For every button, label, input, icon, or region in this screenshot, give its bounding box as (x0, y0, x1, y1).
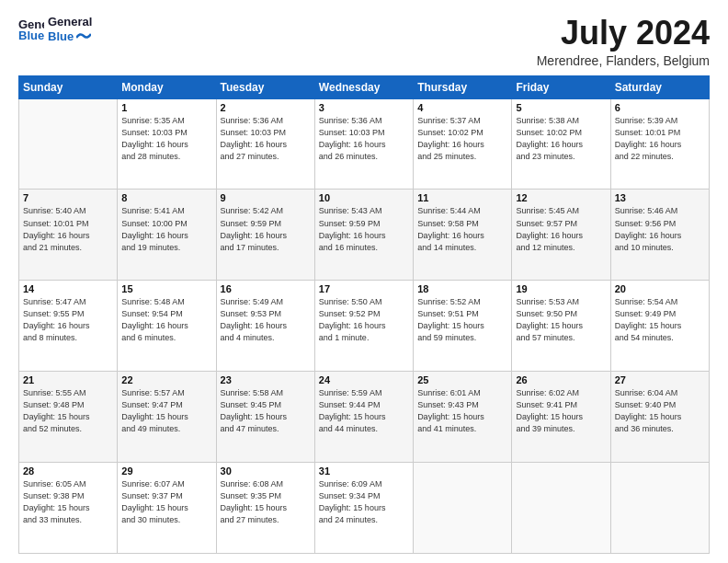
weekday-header: Tuesday (216, 75, 314, 98)
day-info: Sunrise: 5:58 AM Sunset: 9:45 PM Dayligh… (221, 387, 311, 435)
page: General Blue General Blue July 2024 Mere… (0, 0, 728, 563)
day-info: Sunrise: 6:04 AM Sunset: 9:40 PM Dayligh… (615, 387, 705, 435)
calendar-cell: 2Sunrise: 5:36 AM Sunset: 10:03 PM Dayli… (216, 98, 314, 190)
weekday-header: Sunday (19, 75, 118, 98)
location: Merendree, Flanders, Belgium (537, 53, 710, 68)
day-number: 26 (516, 374, 606, 385)
calendar-cell: 29Sunrise: 6:07 AM Sunset: 9:37 PM Dayli… (118, 463, 216, 554)
calendar-cell: 22Sunrise: 5:57 AM Sunset: 9:47 PM Dayli… (118, 372, 216, 463)
logo-blue: Blue (48, 29, 92, 44)
calendar-cell: 9Sunrise: 5:42 AM Sunset: 9:59 PM Daylig… (216, 190, 314, 281)
day-info: Sunrise: 5:36 AM Sunset: 10:03 PM Daylig… (319, 115, 409, 163)
day-info: Sunrise: 5:46 AM Sunset: 9:56 PM Dayligh… (615, 205, 705, 253)
day-number: 4 (417, 102, 507, 113)
day-info: Sunrise: 5:49 AM Sunset: 9:53 PM Dayligh… (221, 296, 311, 344)
weekday-header: Friday (512, 75, 610, 98)
day-info: Sunrise: 5:45 AM Sunset: 9:57 PM Dayligh… (516, 205, 606, 253)
calendar-cell: 6Sunrise: 5:39 AM Sunset: 10:01 PM Dayli… (610, 98, 709, 190)
day-info: Sunrise: 6:02 AM Sunset: 9:41 PM Dayligh… (516, 387, 606, 435)
calendar-cell: 10Sunrise: 5:43 AM Sunset: 9:59 PM Dayli… (314, 190, 413, 281)
logo-general: General (48, 15, 92, 29)
calendar-cell: 21Sunrise: 5:55 AM Sunset: 9:48 PM Dayli… (19, 372, 118, 463)
day-number: 31 (319, 465, 409, 477)
day-number: 19 (516, 283, 606, 294)
calendar-cell: 25Sunrise: 6:01 AM Sunset: 9:43 PM Dayli… (414, 372, 512, 463)
calendar-cell: 26Sunrise: 6:02 AM Sunset: 9:41 PM Dayli… (512, 372, 610, 463)
day-number: 25 (417, 374, 507, 385)
day-number: 10 (319, 192, 409, 203)
calendar-table: SundayMondayTuesdayWednesdayThursdayFrid… (18, 75, 710, 554)
day-info: Sunrise: 5:38 AM Sunset: 10:02 PM Daylig… (516, 115, 606, 163)
weekday-header: Wednesday (314, 75, 413, 98)
day-info: Sunrise: 5:48 AM Sunset: 9:54 PM Dayligh… (121, 296, 211, 344)
calendar-cell: 30Sunrise: 6:08 AM Sunset: 9:35 PM Dayli… (216, 463, 314, 554)
day-number: 15 (121, 283, 211, 294)
svg-text:Blue: Blue (18, 29, 44, 42)
day-info: Sunrise: 5:35 AM Sunset: 10:03 PM Daylig… (121, 115, 211, 163)
day-info: Sunrise: 5:55 AM Sunset: 9:48 PM Dayligh… (23, 387, 113, 435)
day-info: Sunrise: 6:05 AM Sunset: 9:38 PM Dayligh… (23, 478, 113, 526)
day-number: 12 (516, 192, 606, 203)
calendar-cell: 24Sunrise: 5:59 AM Sunset: 9:44 PM Dayli… (314, 372, 413, 463)
day-info: Sunrise: 5:54 AM Sunset: 9:49 PM Dayligh… (615, 296, 705, 344)
day-info: Sunrise: 6:01 AM Sunset: 9:43 PM Dayligh… (417, 387, 507, 435)
logo: General Blue General Blue (18, 15, 92, 43)
day-number: 24 (319, 374, 409, 385)
day-info: Sunrise: 5:43 AM Sunset: 9:59 PM Dayligh… (319, 205, 409, 253)
weekday-header: Monday (118, 75, 216, 98)
day-info: Sunrise: 5:42 AM Sunset: 9:59 PM Dayligh… (221, 205, 311, 253)
day-info: Sunrise: 6:08 AM Sunset: 9:35 PM Dayligh… (221, 478, 311, 526)
day-number: 29 (121, 465, 211, 477)
calendar-cell: 23Sunrise: 5:58 AM Sunset: 9:45 PM Dayli… (216, 372, 314, 463)
calendar-cell: 1Sunrise: 5:35 AM Sunset: 10:03 PM Dayli… (118, 98, 216, 190)
day-number: 11 (417, 192, 507, 203)
calendar-cell: 31Sunrise: 6:09 AM Sunset: 9:34 PM Dayli… (314, 463, 413, 554)
title-block: July 2024 Merendree, Flanders, Belgium (537, 15, 710, 68)
day-info: Sunrise: 5:53 AM Sunset: 9:50 PM Dayligh… (516, 296, 606, 344)
day-info: Sunrise: 5:47 AM Sunset: 9:55 PM Dayligh… (23, 296, 113, 344)
day-number: 13 (615, 192, 705, 203)
calendar-cell: 7Sunrise: 5:40 AM Sunset: 10:01 PM Dayli… (19, 190, 118, 281)
day-number: 2 (221, 102, 311, 113)
calendar-cell: 11Sunrise: 5:44 AM Sunset: 9:58 PM Dayli… (414, 190, 512, 281)
calendar-cell (414, 463, 512, 554)
calendar-cell: 3Sunrise: 5:36 AM Sunset: 10:03 PM Dayli… (314, 98, 413, 190)
calendar-header-row: SundayMondayTuesdayWednesdayThursdayFrid… (19, 75, 710, 98)
logo-wave-icon (76, 30, 91, 41)
day-number: 17 (319, 283, 409, 294)
weekday-header: Thursday (414, 75, 512, 98)
calendar-cell: 4Sunrise: 5:37 AM Sunset: 10:02 PM Dayli… (414, 98, 512, 190)
day-number: 14 (23, 283, 113, 294)
day-info: Sunrise: 6:09 AM Sunset: 9:34 PM Dayligh… (319, 478, 409, 526)
day-info: Sunrise: 5:57 AM Sunset: 9:47 PM Dayligh… (121, 387, 211, 435)
day-number: 22 (121, 374, 211, 385)
day-number: 30 (221, 465, 311, 477)
calendar-week-row: 21Sunrise: 5:55 AM Sunset: 9:48 PM Dayli… (19, 372, 710, 463)
day-info: Sunrise: 5:36 AM Sunset: 10:03 PM Daylig… (221, 115, 311, 163)
calendar-cell (512, 463, 610, 554)
day-number: 6 (615, 102, 705, 113)
day-info: Sunrise: 5:50 AM Sunset: 9:52 PM Dayligh… (319, 296, 409, 344)
calendar-week-row: 28Sunrise: 6:05 AM Sunset: 9:38 PM Dayli… (19, 463, 710, 554)
day-info: Sunrise: 6:07 AM Sunset: 9:37 PM Dayligh… (121, 478, 211, 526)
calendar-cell: 16Sunrise: 5:49 AM Sunset: 9:53 PM Dayli… (216, 281, 314, 372)
weekday-header: Saturday (610, 75, 709, 98)
day-number: 9 (221, 192, 311, 203)
calendar-cell (19, 98, 118, 190)
day-info: Sunrise: 5:39 AM Sunset: 10:01 PM Daylig… (615, 115, 705, 163)
day-number: 8 (121, 192, 211, 203)
calendar-cell: 19Sunrise: 5:53 AM Sunset: 9:50 PM Dayli… (512, 281, 610, 372)
day-number: 7 (23, 192, 113, 203)
day-info: Sunrise: 5:40 AM Sunset: 10:01 PM Daylig… (23, 205, 113, 253)
day-info: Sunrise: 5:52 AM Sunset: 9:51 PM Dayligh… (417, 296, 507, 344)
day-number: 28 (23, 465, 113, 477)
day-number: 18 (417, 283, 507, 294)
day-info: Sunrise: 5:44 AM Sunset: 9:58 PM Dayligh… (417, 205, 507, 253)
day-info: Sunrise: 5:37 AM Sunset: 10:02 PM Daylig… (417, 115, 507, 163)
calendar-week-row: 1Sunrise: 5:35 AM Sunset: 10:03 PM Dayli… (19, 98, 710, 190)
day-number: 16 (221, 283, 311, 294)
day-number: 20 (615, 283, 705, 294)
calendar-cell: 17Sunrise: 5:50 AM Sunset: 9:52 PM Dayli… (314, 281, 413, 372)
calendar-cell: 18Sunrise: 5:52 AM Sunset: 9:51 PM Dayli… (414, 281, 512, 372)
calendar-week-row: 14Sunrise: 5:47 AM Sunset: 9:55 PM Dayli… (19, 281, 710, 372)
